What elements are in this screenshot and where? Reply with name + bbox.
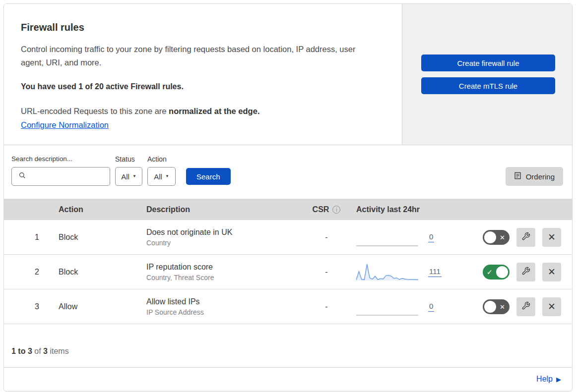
search-label: Search description... (11, 155, 110, 163)
delete-rule-button[interactable]: ✕ (542, 228, 561, 247)
rule-action: Block (51, 268, 140, 277)
ordering-button[interactable]: Ordering (506, 167, 563, 186)
search-group: Search description... (11, 155, 110, 186)
close-icon: ✕ (548, 267, 556, 277)
action-dropdown[interactable]: All ▼ (147, 167, 176, 186)
rule-action: Block (51, 233, 140, 242)
column-header-activity: Activity last 24hr (351, 205, 465, 214)
create-firewall-rule-button[interactable]: Create firewall rule (421, 55, 555, 71)
status-dropdown[interactable]: All ▼ (115, 167, 142, 186)
pagination-range: 1 to 3 (11, 347, 32, 355)
rule-activity-cell: 111 (351, 263, 465, 281)
activity-count-link[interactable]: 111 (428, 267, 442, 277)
rule-description-cell: Allow listed IPs IP Source Address (140, 297, 302, 316)
activity-count-link[interactable]: 0 (428, 302, 434, 312)
toggle-knob (484, 301, 496, 313)
info-icon[interactable]: i (332, 206, 340, 214)
action-label: Action (147, 155, 176, 163)
configure-normalization-link[interactable]: Configure Normalization (21, 120, 109, 129)
normalization-prefix: URL-encoded Requests to this zone are (21, 107, 169, 115)
pagination-of: of (34, 347, 41, 355)
close-icon: ✕ (548, 302, 556, 311)
delete-rule-button[interactable]: ✕ (542, 297, 561, 316)
toggle-knob (484, 231, 496, 243)
rule-criteria: Country, Threat Score (146, 274, 302, 281)
ordering-button-label: Ordering (526, 172, 555, 181)
help-row: Help ▶ (4, 368, 572, 391)
rule-action: Allow (51, 302, 140, 311)
rule-criteria: Country (146, 239, 302, 247)
rule-description: Does not originate in UK (146, 228, 302, 237)
usage-summary: You have used 1 of 20 active Firewall ru… (21, 82, 372, 91)
list-document-icon (514, 172, 521, 181)
toggle-x-icon: ✕ (500, 233, 505, 241)
chevron-down-icon: ▼ (132, 174, 136, 178)
column-header-description: Description (140, 205, 302, 214)
csr-header-label: CSR (313, 205, 329, 214)
rule-csr-value: - (302, 233, 351, 242)
normalization-text: URL-encoded Requests to this zone are no… (21, 107, 372, 116)
table-header: Action Description CSR i Activity last 2… (4, 199, 572, 220)
toggle-knob (496, 266, 508, 278)
help-label: Help (536, 375, 553, 384)
column-header-csr: CSR i (302, 205, 351, 214)
rule-csr-value: - (302, 302, 351, 311)
pagination-summary: 1 to 3 of 3 items (4, 324, 572, 368)
rule-description-cell: Does not originate in UK Country (140, 228, 302, 247)
chevron-down-icon: ▼ (165, 174, 169, 178)
actions-panel: Create firewall rule Create mTLS rule (402, 4, 572, 145)
rule-description: Allow listed IPs (146, 297, 302, 306)
toggle-check-icon: ✓ (487, 268, 493, 276)
action-group: Action All ▼ (147, 155, 176, 186)
filter-bar: Search description... Status All ▼ Actio… (4, 145, 572, 199)
pagination-items: items (50, 347, 68, 355)
wrench-icon (521, 301, 530, 312)
table-row: 3 Allow Allow listed IPs IP Source Addre… (4, 289, 572, 324)
pagination-total: 3 (43, 347, 48, 355)
activity-sparkline (356, 228, 418, 247)
rule-controls: ✓ ✕ ✕ (465, 228, 572, 247)
wrench-icon (521, 232, 530, 242)
rule-csr-value: - (302, 268, 351, 277)
normalization-bold: normalized at the edge. (169, 107, 259, 115)
create-mtls-rule-button[interactable]: Create mTLS rule (421, 77, 555, 94)
close-icon: ✕ (548, 232, 556, 242)
rule-activity-cell: 0 (351, 228, 465, 247)
edit-rule-button[interactable] (516, 228, 535, 247)
help-link[interactable]: Help ▶ (536, 375, 561, 384)
activity-sparkline (356, 297, 418, 316)
rule-controls: ✓ ✕ ✕ (465, 297, 572, 316)
rule-enabled-toggle[interactable]: ✓ ✕ (483, 265, 510, 280)
page-title: Firewall rules (21, 22, 372, 33)
rule-description: IP reputation score (146, 263, 302, 272)
activity-count-link[interactable]: 0 (428, 232, 434, 242)
edit-rule-button[interactable] (516, 297, 535, 316)
status-group: Status All ▼ (115, 155, 142, 186)
search-field[interactable] (11, 167, 110, 186)
help-arrow-icon: ▶ (556, 376, 561, 383)
status-value: All (121, 172, 129, 181)
column-header-action: Action (51, 205, 140, 214)
wrench-icon (521, 267, 530, 277)
search-button[interactable]: Search (186, 168, 231, 185)
activity-sparkline (356, 263, 418, 281)
rule-priority: 2 (4, 268, 51, 277)
toggle-x-icon: ✕ (500, 303, 505, 310)
hero-text-panel: Firewall rules Control incoming traffic … (4, 4, 402, 145)
rule-priority: 3 (4, 302, 51, 311)
hero-section: Firewall rules Control incoming traffic … (4, 4, 572, 145)
status-label: Status (115, 155, 142, 163)
firewall-rules-card: Firewall rules Control incoming traffic … (3, 3, 573, 392)
search-input[interactable] (30, 172, 105, 181)
table-row: 1 Block Does not originate in UK Country… (4, 220, 572, 255)
rule-enabled-toggle[interactable]: ✓ ✕ (483, 299, 510, 314)
delete-rule-button[interactable]: ✕ (542, 263, 561, 281)
rule-controls: ✓ ✕ ✕ (465, 263, 572, 281)
rule-enabled-toggle[interactable]: ✓ ✕ (483, 230, 510, 245)
rule-priority: 1 (4, 233, 51, 242)
rule-criteria: IP Source Address (146, 308, 302, 316)
page-description: Control incoming traffic to your zone by… (21, 43, 372, 69)
search-icon (18, 171, 26, 181)
edit-rule-button[interactable] (516, 263, 535, 281)
rule-activity-cell: 0 (351, 297, 465, 316)
